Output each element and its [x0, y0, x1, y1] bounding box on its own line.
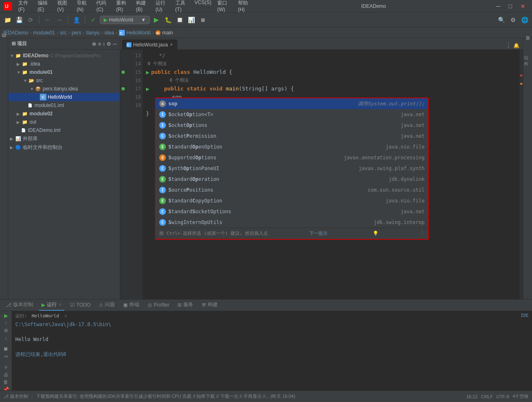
- open-button[interactable]: 📁: [2, 15, 12, 25]
- check-button[interactable]: ✓: [88, 15, 98, 25]
- breadcrumb-pers[interactable]: pers: [72, 30, 81, 36]
- tree-item-module01[interactable]: ▼ 📁 module01: [8, 68, 120, 76]
- pin-button[interactable]: 📌: [2, 387, 10, 390]
- scroll-up-button[interactable]: ↑: [2, 320, 10, 326]
- ac-item-standardcopyoption[interactable]: E StandardCopyOption java.nio.file: [156, 195, 428, 206]
- settings-button[interactable]: ⚙: [508, 15, 518, 25]
- indent-indicator[interactable]: 4个空格: [513, 393, 529, 400]
- tree-item-external-libs[interactable]: ▶ 📊 外部库: [8, 134, 120, 143]
- run-again-button[interactable]: ▶: [2, 313, 10, 319]
- breadcrumb-helloworld[interactable]: HelloWorld: [126, 30, 151, 36]
- bottom-console[interactable]: 运行: HelloWorld ✕ IDE C:\Software\Java\jd…: [12, 311, 532, 390]
- menu-item-h[interactable]: 帮助(H): [236, 0, 255, 13]
- tab-close-helloworld[interactable]: ✕: [170, 42, 173, 47]
- tab-terminal[interactable]: ▣ 终端: [121, 300, 142, 311]
- menu-item-v[interactable]: 视图(V): [55, 0, 73, 13]
- close-console-button[interactable]: ⇒: [2, 353, 10, 359]
- ide-link[interactable]: IDE: [520, 313, 529, 318]
- breadcrumb-ideademo[interactable]: IEDADemo: [3, 30, 28, 36]
- breadcrumb-idea[interactable]: idea: [104, 30, 114, 36]
- structure-panel-button[interactable]: 结构: [0, 40, 8, 43]
- ac-item-sop[interactable]: ≡ sop 调用System.out.print();: [156, 98, 428, 109]
- run-button[interactable]: ▶: [151, 15, 161, 25]
- save-button[interactable]: 💾: [14, 15, 24, 25]
- ac-item-supportedoptions[interactable]: @ SupportedOptions javax.annotation.proc…: [156, 152, 428, 163]
- forward-button[interactable]: →: [54, 15, 64, 25]
- menu-item-c[interactable]: 代码(C): [94, 0, 113, 13]
- tab-run[interactable]: ▶ 运行 ✕: [39, 300, 64, 311]
- sidebar-close-button[interactable]: ─: [113, 41, 117, 47]
- notifications-panel-button[interactable]: 通知: [524, 40, 532, 47]
- ac-item-socketoptions[interactable]: I SocketOptions java.net: [156, 120, 428, 131]
- config-dropdown-icon[interactable]: ▼: [141, 17, 146, 23]
- structure-panel-button-right[interactable]: 结构: [524, 57, 532, 65]
- run-config-selector[interactable]: ▶ HelloWorld ▼: [100, 16, 150, 24]
- ac-footer-link[interactable]: 下一提示: [309, 229, 328, 238]
- tab-problems[interactable]: ⚠ 问题: [96, 300, 117, 311]
- settings-console-button[interactable]: ⚙: [2, 328, 10, 334]
- menu-item-e[interactable]: 编辑(E): [35, 0, 54, 13]
- tab-build[interactable]: ⚒ 构建: [199, 300, 220, 311]
- collapse-all-button[interactable]: ≡: [2, 364, 10, 370]
- ac-item-sourcepositions[interactable]: I SourcePositions com.sun.source.util: [156, 185, 428, 195]
- breadcrumb-tianyu[interactable]: tianyu: [86, 30, 100, 36]
- menu-item-vcss[interactable]: VCS(S): [192, 0, 214, 13]
- breadcrumb-module01[interactable]: module01: [33, 30, 55, 36]
- trash-button[interactable]: 🗑: [2, 379, 10, 385]
- menu-item-f[interactable]: 文件(F): [16, 0, 34, 13]
- coverage-button[interactable]: 🔲: [175, 15, 185, 25]
- sidebar-settings-button[interactable]: ⚙: [107, 41, 111, 47]
- notifications-button[interactable]: 🔔: [513, 43, 520, 49]
- tree-item-idea[interactable]: ▶ 📁 .idea: [8, 60, 120, 68]
- tree-item-temp[interactable]: ▶ 🔵 临时文件和控制台: [8, 143, 120, 152]
- tab-profiler[interactable]: ◎ Profiler: [145, 300, 172, 311]
- ac-item-synthoptionpaneui[interactable]: C SynthOptionPaneUI javax.swing.plaf.syn…: [156, 163, 428, 174]
- tree-item-out[interactable]: ▶ 📁 out: [8, 118, 120, 126]
- sidebar-collapse-button[interactable]: ↕: [102, 41, 105, 47]
- close-button[interactable]: ✕: [517, 2, 529, 10]
- ac-item-socketoption[interactable]: I SocketOption<T> java.net: [156, 109, 428, 120]
- run-tab-close-inline[interactable]: ✕: [64, 313, 67, 319]
- tab-version-control[interactable]: ⎇ 版本控制: [3, 300, 36, 311]
- search-everywhere-button[interactable]: 🔍: [496, 15, 506, 25]
- ac-more-icon[interactable]: ⋮: [420, 229, 425, 238]
- back-button[interactable]: ←: [43, 15, 53, 25]
- ac-item-standardsocketoptions[interactable]: C StandardSocketOptions java.net: [156, 206, 428, 217]
- tree-item-ideademo-iml[interactable]: 📄 IDEADemo.iml: [8, 126, 120, 134]
- print-button[interactable]: 🖨: [2, 372, 10, 378]
- run-tab-close[interactable]: ✕: [58, 302, 62, 307]
- line-sep-indicator[interactable]: CRLF: [481, 394, 493, 399]
- breadcrumb-main[interactable]: main: [162, 30, 173, 36]
- menu-item-b[interactable]: 构建(B): [134, 0, 152, 13]
- menu-item-t[interactable]: 工具(T): [173, 0, 192, 13]
- stop-console-button[interactable]: ⏹: [2, 346, 10, 352]
- code-editor[interactable]: */ 0 个用法 ▶ public class HelloWorld { 0 个…: [143, 50, 523, 299]
- encoding-indicator[interactable]: UTF-8: [496, 394, 509, 399]
- sidebar-locate-button[interactable]: ⊕: [92, 41, 96, 47]
- vcs-status[interactable]: ⎇ 版本控制: [3, 393, 28, 400]
- run-gutter-15[interactable]: [121, 87, 125, 90]
- tab-services[interactable]: ⊞ 服务: [175, 300, 196, 311]
- debug-button[interactable]: 🐛: [163, 15, 173, 25]
- tree-item-module01-iml[interactable]: 📄 module01.iml: [8, 101, 120, 110]
- tree-item-helloworld[interactable]: C HelloWorld: [8, 93, 120, 101]
- sidebar-expand-button[interactable]: ≡: [98, 41, 101, 47]
- ac-item-standardoperation[interactable]: E StandardOperation jdk.dynalink: [156, 174, 428, 185]
- tabs-more-button[interactable]: ⋮: [505, 41, 512, 49]
- tree-item-src[interactable]: ▼ 📂 src: [8, 76, 120, 85]
- warning-scrollbar[interactable]: [520, 50, 523, 299]
- run-gutter-14[interactable]: [121, 71, 125, 74]
- menu-item-u[interactable]: 运行(U): [153, 0, 172, 13]
- menu-item-n[interactable]: 导航(N): [74, 0, 93, 13]
- profile-button[interactable]: 📊: [186, 15, 196, 25]
- position-indicator[interactable]: 16:12: [466, 394, 478, 399]
- user-button[interactable]: 👤: [71, 15, 81, 25]
- tab-todo[interactable]: ☑ TODO: [68, 300, 93, 311]
- tree-item-package[interactable]: ▼ 📦 pers.tianyu.idea: [8, 85, 120, 93]
- scroll-down-button[interactable]: ↓: [2, 335, 10, 341]
- breadcrumb-src[interactable]: src: [60, 30, 67, 36]
- ac-item-standardopenoption[interactable]: E StandardOpenOption java.nio.file: [156, 141, 428, 152]
- maximize-button[interactable]: □: [505, 2, 515, 10]
- minimize-button[interactable]: ─: [493, 2, 504, 10]
- ac-item-socketpermission[interactable]: C SocketPermission java.net: [156, 131, 428, 141]
